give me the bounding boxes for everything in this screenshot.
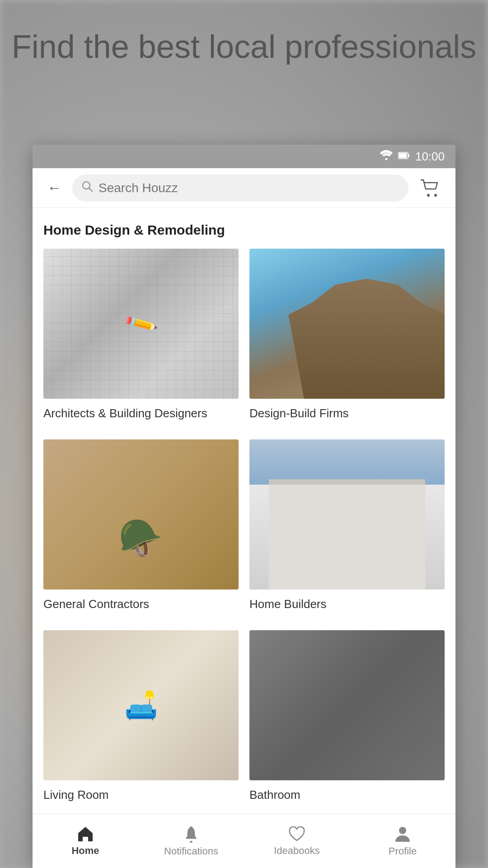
tab-profile[interactable]: Profile [350, 814, 455, 868]
hero-section: Find the best local professionals [0, 27, 488, 66]
tab-profile-label: Profile [389, 845, 417, 857]
svg-point-9 [399, 827, 406, 834]
hero-title: Find the best local professionals [0, 27, 488, 66]
category-grid: Architects & Building Designers Design-B… [33, 249, 455, 814]
tab-bar: Home Notifications Ideabooks Profile [33, 814, 455, 868]
category-image-contractors [43, 439, 239, 590]
wifi-icon [380, 150, 393, 163]
cart-button[interactable] [416, 174, 445, 203]
person-icon [394, 826, 411, 843]
category-image-bathroom [249, 630, 445, 780]
tab-home-label: Home [71, 845, 99, 857]
search-input[interactable] [99, 181, 399, 195]
category-label-architects: Architects & Building Designers [43, 406, 239, 421]
svg-point-7 [434, 194, 437, 197]
category-item-architects[interactable]: Architects & Building Designers [43, 249, 244, 439]
category-image-living [43, 630, 239, 780]
category-item-design-build[interactable]: Design-Build Firms [244, 249, 445, 439]
battery-icon [398, 151, 410, 162]
content-area: Home Design & Remodeling Architects & Bu… [33, 208, 455, 814]
category-item-bathroom[interactable]: Bathroom [244, 630, 445, 814]
svg-rect-3 [408, 154, 409, 157]
svg-point-6 [427, 194, 430, 197]
tab-ideabooks[interactable]: Ideabooks [244, 814, 350, 868]
search-icon [81, 180, 93, 195]
category-label-bathroom: Bathroom [249, 788, 445, 803]
tab-notifications-label: Notifications [164, 845, 218, 857]
category-item-builders[interactable]: Home Builders [244, 439, 445, 630]
category-image-design-build [249, 249, 445, 399]
bell-icon [183, 826, 199, 843]
category-item-living[interactable]: Living Room [43, 630, 244, 814]
category-image-builders [249, 439, 445, 590]
category-label-contractors: General Contractors [43, 597, 239, 612]
category-item-contractors[interactable]: General Contractors [43, 439, 244, 630]
category-image-architects [43, 249, 239, 399]
tab-home[interactable]: Home [33, 814, 138, 868]
phone-card: 10:00 ← Home Design & Remodeling [33, 145, 455, 868]
category-label-design-build: Design-Build Firms [249, 406, 445, 421]
svg-point-8 [190, 841, 192, 843]
section-title: Home Design & Remodeling [33, 208, 455, 249]
category-label-builders: Home Builders [249, 597, 445, 612]
category-label-living: Living Room [43, 788, 239, 803]
cart-icon [420, 179, 440, 197]
svg-rect-2 [399, 153, 407, 158]
nav-bar: ← [33, 168, 455, 208]
search-bar[interactable] [72, 175, 408, 202]
tab-notifications[interactable]: Notifications [138, 814, 244, 868]
svg-line-5 [89, 188, 92, 191]
tab-ideabooks-label: Ideabooks [274, 845, 320, 857]
back-button[interactable]: ← [43, 177, 65, 199]
svg-point-0 [385, 158, 387, 160]
status-bar: 10:00 [33, 145, 455, 168]
back-arrow-icon: ← [47, 179, 61, 196]
home-icon [76, 826, 94, 842]
heart-icon [288, 826, 305, 842]
status-time: 10:00 [415, 150, 445, 164]
